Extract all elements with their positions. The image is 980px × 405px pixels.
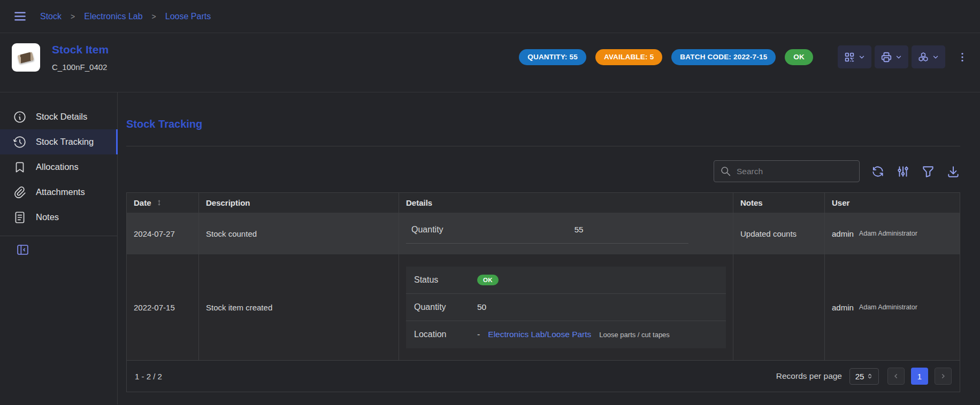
page-header: Stock Item C_100nF_0402 QUANTITY: 55 AVA… bbox=[0, 33, 980, 92]
part-thumbnail[interactable] bbox=[12, 43, 40, 72]
sidebar-item-label: Notes bbox=[36, 212, 59, 222]
breadcrumb-loose-parts[interactable]: Loose Parts bbox=[165, 12, 211, 21]
detail-entry-quantity: Quantity 50 bbox=[406, 294, 726, 321]
column-header-date[interactable]: Date bbox=[127, 193, 198, 213]
breadcrumb: Stock > Electronics Lab > Loose Parts bbox=[40, 12, 211, 21]
sidebar-item-attachments[interactable]: Attachments bbox=[0, 180, 117, 205]
download-icon[interactable] bbox=[946, 165, 960, 178]
detail-value: 50 bbox=[477, 302, 486, 312]
dash-text: - bbox=[477, 330, 480, 339]
next-page-button[interactable] bbox=[935, 368, 952, 385]
sidebar-item-notes[interactable]: Notes bbox=[0, 205, 117, 230]
cell-notes bbox=[733, 254, 824, 360]
packages-icon bbox=[917, 51, 929, 63]
location-link[interactable]: Electronics Lab/Loose Parts bbox=[488, 330, 591, 339]
cell-user: admin Adam Administrator bbox=[824, 254, 960, 360]
user-fullname: Adam Administrator bbox=[859, 230, 917, 237]
previous-page-button[interactable] bbox=[887, 368, 905, 385]
sidebar-item-label: Stock Details bbox=[36, 112, 87, 122]
chevron-down-icon bbox=[858, 53, 866, 61]
sidebar-item-stock-details[interactable]: Stock Details bbox=[0, 104, 117, 129]
more-options-icon[interactable] bbox=[956, 51, 968, 63]
select-chevrons-icon bbox=[867, 373, 873, 379]
column-header-details: Details bbox=[399, 193, 733, 213]
hamburger-menu-icon[interactable] bbox=[13, 9, 27, 24]
table-footer: 1 - 2 / 2 Records per page 25 bbox=[127, 360, 960, 392]
paperclip-icon bbox=[13, 185, 27, 199]
history-icon bbox=[13, 135, 27, 149]
column-header-notes: Notes bbox=[733, 193, 824, 213]
table-row[interactable]: 2024-07-27 Stock counted Quantity 55 Upd… bbox=[127, 213, 960, 254]
chevron-left-icon bbox=[892, 372, 900, 380]
column-label: Date bbox=[134, 198, 151, 207]
sidebar-item-label: Allocations bbox=[36, 162, 79, 172]
detail-entry-location: Location - Electronics Lab/Loose Parts L… bbox=[406, 321, 726, 348]
column-header-user: User bbox=[824, 193, 960, 213]
sidebar-item-label: Stock Tracking bbox=[36, 137, 94, 147]
detail-label: Quantity bbox=[414, 302, 477, 312]
collapse-sidebar-button[interactable] bbox=[0, 243, 117, 256]
breadcrumb-separator: > bbox=[152, 12, 156, 21]
sidebar-item-allocations[interactable]: Allocations bbox=[0, 154, 117, 180]
section-title: Stock Tracking bbox=[126, 118, 960, 130]
record-range: 1 - 2 / 2 bbox=[135, 372, 162, 381]
detail-entry: Quantity 55 bbox=[406, 216, 688, 244]
sidebar-item-stock-tracking[interactable]: Stock Tracking bbox=[0, 129, 117, 154]
stock-tracking-table: Date Description Details Notes User 2024… bbox=[126, 192, 960, 392]
part-name: C_100nF_0402 bbox=[52, 63, 109, 72]
item-summary: Stock Item C_100nF_0402 bbox=[12, 43, 109, 72]
cell-details: Quantity 55 bbox=[399, 213, 733, 254]
section-divider bbox=[126, 146, 960, 146]
detail-label: Quantity bbox=[406, 225, 469, 235]
page-1-button[interactable]: 1 bbox=[911, 368, 928, 385]
detail-entry-status: Status OK bbox=[406, 267, 726, 294]
barcode-actions-button[interactable] bbox=[838, 45, 871, 68]
sidebar: Stock Details Stock Tracking Allocations bbox=[0, 92, 118, 404]
records-per-page-label: Records per page bbox=[776, 371, 842, 381]
batch-code-badge: BATCH CODE: 2022-7-15 bbox=[671, 49, 776, 65]
topbar: Stock > Electronics Lab > Loose Parts bbox=[0, 0, 980, 33]
detail-value: 55 bbox=[469, 225, 688, 234]
cell-notes: Updated counts bbox=[733, 213, 824, 254]
cell-description: Stock item created bbox=[198, 254, 399, 360]
available-badge: AVAILABLE: 5 bbox=[595, 49, 662, 65]
cell-details: Status OK Quantity 50 Location - Electro… bbox=[399, 254, 733, 360]
breadcrumb-electronics-lab[interactable]: Electronics Lab bbox=[84, 12, 142, 21]
page-size-value: 25 bbox=[855, 372, 864, 381]
cell-description: Stock counted bbox=[198, 213, 399, 254]
username: admin bbox=[832, 303, 854, 312]
chevron-right-icon bbox=[939, 372, 947, 380]
search-input[interactable] bbox=[737, 167, 853, 176]
cell-date: 2022-07-15 bbox=[127, 254, 198, 360]
refresh-icon[interactable] bbox=[871, 165, 885, 178]
status-ok-badge: OK bbox=[477, 275, 499, 285]
filter-icon[interactable] bbox=[921, 165, 935, 178]
location-description: Loose parts / cut tapes bbox=[599, 331, 670, 339]
table-row[interactable]: 2022-07-15 Stock item created Status OK … bbox=[127, 254, 960, 360]
user-fullname: Adam Administrator bbox=[859, 303, 917, 311]
breadcrumb-separator: > bbox=[71, 12, 75, 21]
status-badges: QUANTITY: 55 AVAILABLE: 5 BATCH CODE: 20… bbox=[519, 49, 813, 65]
table-settings-icon[interactable] bbox=[896, 165, 910, 178]
main-panel: Stock Tracking bbox=[118, 92, 980, 404]
table-toolbar bbox=[126, 160, 960, 182]
capacitor-image bbox=[17, 52, 34, 64]
bookmark-icon bbox=[13, 160, 27, 174]
stock-actions-button[interactable] bbox=[912, 45, 945, 68]
printer-icon bbox=[881, 51, 892, 63]
detail-label: Status bbox=[414, 275, 477, 285]
username: admin bbox=[832, 229, 854, 238]
table-header-row: Date Description Details Notes User bbox=[127, 193, 960, 213]
cell-date: 2024-07-27 bbox=[127, 213, 198, 254]
chevron-down-icon bbox=[895, 53, 902, 61]
page-size-select[interactable]: 25 bbox=[849, 368, 879, 385]
notes-icon bbox=[13, 211, 27, 224]
sidebar-item-label: Attachments bbox=[36, 187, 85, 197]
qrcode-icon bbox=[844, 51, 855, 63]
details-panel: Status OK Quantity 50 Location - Electro… bbox=[406, 267, 726, 348]
sidebar-divider bbox=[0, 236, 117, 236]
sidebar-collapse-icon bbox=[16, 243, 117, 256]
breadcrumb-stock[interactable]: Stock bbox=[40, 12, 62, 21]
print-actions-button[interactable] bbox=[875, 45, 908, 68]
header-actions bbox=[838, 45, 968, 68]
